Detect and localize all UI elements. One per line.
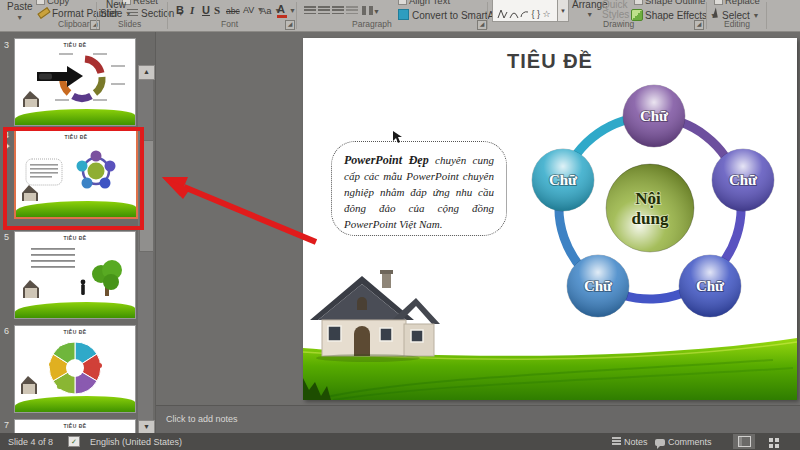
group-divider bbox=[296, 2, 297, 29]
dropdown-arrow: ▼ bbox=[586, 11, 593, 18]
diagram-center-node[interactable]: Nội dung bbox=[606, 164, 694, 252]
align-text-icon bbox=[398, 0, 407, 5]
diagram-node-bottom-right[interactable]: Chữ bbox=[679, 255, 741, 317]
strikethrough-button[interactable]: abc bbox=[226, 6, 240, 16]
ribbon: Paste ▼ Copy Format Painter Clipboard ◢ … bbox=[0, 0, 800, 32]
text-shadow-button[interactable]: S bbox=[214, 4, 220, 16]
notes-placeholder: Click to add notes bbox=[166, 414, 238, 424]
thumb3-diagram bbox=[15, 47, 135, 109]
dropdown-arrow: ▼ bbox=[373, 8, 380, 15]
svg-text:Chữ: Chữ bbox=[696, 278, 725, 294]
smartart-icon bbox=[398, 9, 409, 20]
underline-button[interactable]: U bbox=[202, 4, 210, 16]
paragraph-group-label: Paragraph bbox=[352, 19, 392, 29]
thumbnail-scroll-up-button[interactable]: ▲ bbox=[138, 65, 155, 80]
svg-text:Nội dung: Nội dung bbox=[632, 189, 669, 228]
normal-view-icon bbox=[738, 436, 751, 447]
thumb5-grass bbox=[15, 302, 135, 318]
svg-text:Chữ: Chữ bbox=[640, 108, 669, 124]
pane-splitter[interactable] bbox=[155, 32, 156, 433]
slide-number-5: 5 bbox=[4, 232, 9, 242]
diagram-node-left[interactable]: Chữ bbox=[532, 149, 594, 211]
columns-icon bbox=[362, 6, 373, 15]
drawing-group-label: Drawing bbox=[603, 19, 634, 29]
svg-text:Chữ: Chữ bbox=[549, 172, 578, 188]
slide-indicator: Slide 4 of 8 bbox=[8, 437, 53, 447]
font-group-label: Font bbox=[221, 19, 238, 29]
paragraph-dialog-launcher[interactable]: ◢ bbox=[477, 20, 487, 30]
shapes-gallery[interactable]: { } ☆ bbox=[492, 0, 558, 22]
slides-group-label: Slides bbox=[118, 19, 141, 29]
drawing-dialog-launcher[interactable]: ◢ bbox=[694, 20, 704, 30]
editing-group-label: Editing bbox=[724, 19, 750, 29]
diagram-node-right[interactable]: Chữ bbox=[712, 149, 774, 211]
shape-outline-icon bbox=[634, 0, 643, 5]
brace-right-shape[interactable]: } bbox=[537, 9, 540, 19]
slide-number-6: 6 bbox=[4, 326, 9, 336]
copy-button[interactable]: Copy bbox=[36, 0, 69, 6]
star-shape[interactable]: ☆ bbox=[543, 9, 551, 19]
comments-icon bbox=[655, 439, 665, 446]
thumb6-grass bbox=[15, 396, 135, 412]
align-right-button[interactable] bbox=[332, 6, 344, 15]
dropdown-arrow: ▼ bbox=[753, 12, 760, 19]
slide-number-7: 7 bbox=[4, 420, 9, 430]
group-divider bbox=[167, 2, 168, 29]
notes-button[interactable]: Notes bbox=[612, 437, 648, 447]
svg-text:Chữ: Chữ bbox=[584, 278, 613, 294]
dropdown-arrow[interactable]: ▼ bbox=[289, 7, 296, 14]
diagram-node-top[interactable]: Chữ bbox=[623, 85, 685, 147]
italic-button[interactable]: I bbox=[190, 4, 194, 16]
font-color-swatch bbox=[277, 15, 287, 18]
brace-left-shape[interactable]: { bbox=[532, 9, 535, 19]
bold-button[interactable]: B bbox=[176, 4, 184, 16]
group-divider bbox=[487, 2, 488, 29]
thumb5-graphics bbox=[15, 242, 135, 304]
align-left-button[interactable] bbox=[304, 6, 316, 15]
replace-button[interactable]: Replace bbox=[714, 0, 760, 6]
copy-icon bbox=[36, 0, 45, 5]
align-center-button[interactable] bbox=[318, 6, 330, 15]
comments-button[interactable]: Comments bbox=[655, 437, 712, 447]
slide-thumbnail-panel: 3 4 ✦ 5 6 7 TIÊU ĐỀ bbox=[0, 32, 156, 433]
shapes-gallery-more-button[interactable]: ▼ bbox=[557, 0, 569, 22]
notes-pane[interactable]: Click to add notes bbox=[156, 405, 800, 434]
language-button[interactable]: English (United States) bbox=[90, 437, 182, 447]
status-bar: Slide 4 of 8 ✓ English (United States) N… bbox=[0, 433, 800, 450]
dropdown-arrow: ▼ bbox=[16, 14, 23, 21]
group-divider bbox=[766, 2, 767, 29]
clipboard-group-label: Clipboard bbox=[58, 19, 94, 29]
justify-button[interactable] bbox=[346, 6, 358, 15]
font-dialog-launcher[interactable]: ◢ bbox=[285, 20, 295, 30]
slide-sorter-button[interactable] bbox=[760, 434, 782, 449]
slide-thumbnail-3[interactable]: TIÊU ĐỀ bbox=[14, 38, 136, 126]
thumb3-grass bbox=[15, 109, 135, 125]
slide-thumbnail-6[interactable]: TIÊU ĐỀ bbox=[14, 325, 136, 413]
replace-icon bbox=[714, 0, 723, 5]
slide-sorter-icon bbox=[769, 438, 773, 442]
svg-text:Chữ: Chữ bbox=[729, 172, 758, 188]
annotation-highlight-rectangle bbox=[3, 127, 144, 230]
clipboard-dialog-launcher[interactable]: ◢ bbox=[90, 20, 100, 30]
slide-number-3: 3 bbox=[4, 40, 9, 50]
normal-view-button[interactable] bbox=[733, 434, 755, 449]
group-divider bbox=[706, 2, 707, 29]
section-icon bbox=[127, 9, 138, 18]
slide-thumbnail-5[interactable]: TIÊU ĐỀ bbox=[14, 231, 136, 319]
format-painter-icon bbox=[37, 7, 50, 19]
slide-canvas[interactable]: TIÊU ĐỀ PowerPoint Đẹp chuyên cung cấp c… bbox=[303, 38, 797, 400]
group-divider bbox=[96, 2, 97, 29]
shape-outline-button[interactable]: Shape Outline bbox=[634, 0, 705, 6]
thumb6-chart bbox=[15, 334, 135, 398]
spell-check-icon[interactable]: ✓ bbox=[68, 436, 80, 447]
font-color-button[interactable]: A bbox=[277, 3, 287, 18]
diagram-node-bottom-left[interactable]: Chữ bbox=[567, 255, 629, 317]
notes-icon bbox=[612, 437, 621, 446]
paste-label: Paste bbox=[7, 1, 33, 12]
paste-button[interactable]: Paste ▼ bbox=[7, 1, 33, 23]
powerpoint-window: Paste ▼ Copy Format Painter Clipboard ◢ … bbox=[0, 0, 800, 450]
house-image[interactable] bbox=[308, 268, 440, 364]
shape-icons bbox=[495, 7, 529, 20]
columns-button[interactable]: ▼ bbox=[362, 6, 380, 17]
align-text-button[interactable]: Align Text bbox=[398, 0, 450, 6]
